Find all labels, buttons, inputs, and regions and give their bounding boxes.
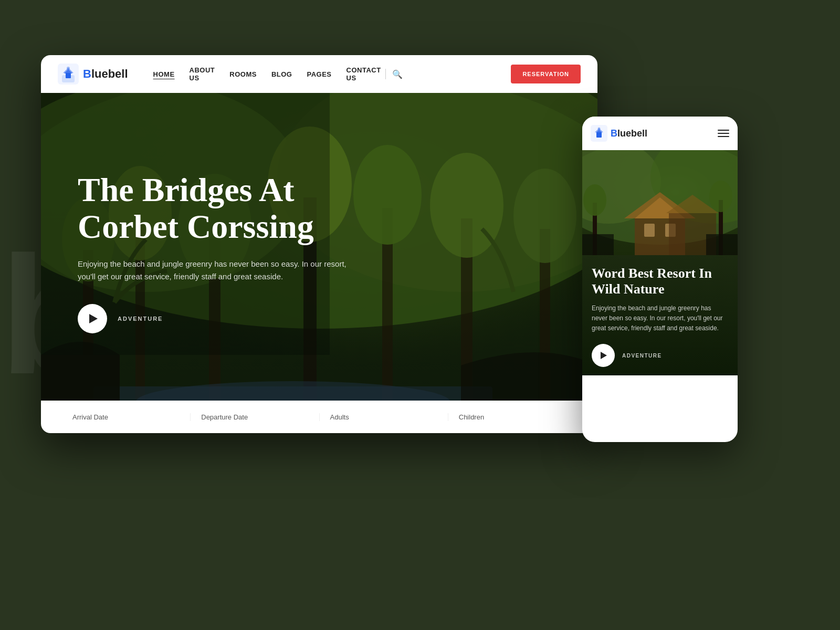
nav-contact[interactable]: CONTACT US xyxy=(346,66,381,82)
hamburger-menu[interactable] xyxy=(718,130,729,137)
mobile-play-button[interactable] xyxy=(592,344,615,367)
hamburger-line-2 xyxy=(718,133,729,134)
svg-rect-43 xyxy=(582,234,614,255)
adults-field[interactable]: Adults xyxy=(320,413,448,421)
departure-date-field[interactable]: Departure Date xyxy=(191,413,319,421)
nav-about[interactable]: ABOUT US xyxy=(190,66,215,82)
hero-description: Enjoying the beach and jungle greenry ha… xyxy=(78,258,351,283)
play-button[interactable] xyxy=(78,304,107,333)
mobile-hero-description: Enjoying the beach and jungle greenry ha… xyxy=(592,303,728,334)
svg-rect-44 xyxy=(706,234,738,255)
desktop-hero-content: The Bridges At Corbet Corssing Enjoying … xyxy=(41,93,597,402)
mobile-logo-area[interactable]: Bluebell xyxy=(591,125,647,142)
booking-bar: Arrival Date Departure Date Adults Child… xyxy=(41,401,597,433)
hamburger-line-3 xyxy=(718,136,729,137)
nav-pages[interactable]: PAGES xyxy=(307,70,331,78)
children-field[interactable]: Children xyxy=(448,413,576,421)
mobile-play-icon xyxy=(601,352,607,359)
mobile-adventure-label: ADVENTURE xyxy=(622,353,662,359)
search-icon[interactable]: 🔍 xyxy=(392,69,403,79)
desktop-mockup: Bluebell HOME ABOUT US ROOMS BLOG PAGES … xyxy=(41,55,597,433)
mobile-mockup: Bluebell xyxy=(582,117,738,442)
mobile-play-row: ADVENTURE xyxy=(592,344,728,367)
svg-point-42 xyxy=(709,181,732,212)
mobile-hero-image xyxy=(582,150,738,255)
nav-rooms[interactable]: ROOMS xyxy=(229,70,257,78)
arrival-date-field[interactable]: Arrival Date xyxy=(62,413,191,421)
svg-point-40 xyxy=(583,184,606,216)
svg-rect-36 xyxy=(644,224,655,237)
svg-point-26 xyxy=(67,67,70,70)
hero-title: The Bridges At Corbet Corssing xyxy=(78,172,372,246)
svg-rect-25 xyxy=(66,73,71,78)
adventure-label: ADVENTURE xyxy=(118,316,163,322)
desktop-nav: Bluebell HOME ABOUT US ROOMS BLOG PAGES … xyxy=(41,55,597,93)
nav-links: HOME ABOUT US ROOMS BLOG PAGES CONTACT U… xyxy=(153,66,381,82)
logo-icon xyxy=(58,64,79,85)
nav-home[interactable]: HOME xyxy=(153,70,175,78)
svg-point-29 xyxy=(598,128,601,130)
play-icon xyxy=(89,314,98,323)
logo-text: Bluebell xyxy=(83,67,128,81)
reservation-button[interactable]: RESERVATION xyxy=(511,65,581,83)
mobile-logo-text: Bluebell xyxy=(611,128,647,139)
svg-rect-28 xyxy=(596,132,602,138)
logo-area[interactable]: Bluebell xyxy=(58,64,128,85)
mobile-hero-content: Word Best Resort In Wild Nature Enjoying… xyxy=(582,255,738,375)
nav-divider xyxy=(385,69,386,79)
hamburger-line-1 xyxy=(718,130,729,131)
nav-blog[interactable]: BLOG xyxy=(271,70,292,78)
mobile-hero-title: Word Best Resort In Wild Nature xyxy=(592,266,728,297)
hero-play-row: ADVENTURE xyxy=(78,304,561,333)
mobile-nav: Bluebell xyxy=(582,117,738,150)
mobile-logo-icon xyxy=(591,125,607,142)
